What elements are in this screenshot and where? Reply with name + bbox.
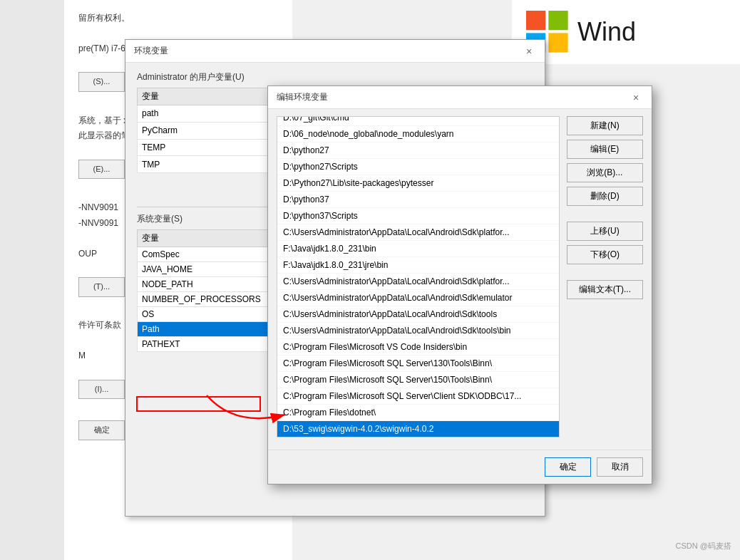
svg-rect-1 bbox=[548, 11, 567, 30]
windows-logo-text: Wind bbox=[577, 17, 636, 47]
path-list-item[interactable]: C:\Users\Administrator\AppData\Local\And… bbox=[277, 224, 559, 241]
edit-env-dialog-close-button[interactable]: × bbox=[629, 90, 643, 105]
path-list-item[interactable]: D:\python37\Scripts bbox=[277, 208, 559, 224]
path-list-item[interactable]: D:\06_node\node_global\node_modules\yarn bbox=[277, 126, 559, 142]
path-list-item[interactable]: D:\python27 bbox=[277, 142, 559, 159]
edit-move-up-button[interactable]: 上移(U) bbox=[567, 222, 643, 241]
path-list-item[interactable]: C:\Program Files\Microsoft SQL Server\13… bbox=[277, 356, 559, 372]
path-list-item[interactable]: C:\Users\Administrator\AppData\Local\And… bbox=[277, 290, 559, 306]
env-dialog-title: 环境变量 bbox=[134, 45, 168, 57]
edit-env-dialog-title: 编辑环境变量 bbox=[277, 91, 328, 103]
path-list-item[interactable]: C:\Program Files\Microsoft SQL Server\15… bbox=[277, 372, 559, 388]
path-list-item[interactable]: D:\python27\Scripts bbox=[277, 159, 559, 175]
path-list-item[interactable]: C:\Users\Administrator\AppData\Local\And… bbox=[277, 323, 559, 339]
edit-env-ok-button[interactable]: 确定 bbox=[545, 457, 591, 477]
apply-button[interactable]: 确定 bbox=[78, 420, 125, 440]
path-list-item[interactable]: D:\python37 bbox=[277, 192, 559, 208]
edit-browse-button[interactable]: 浏览(B)... bbox=[567, 163, 643, 182]
edit-env-dialog-titlebar: 编辑环境变量 × bbox=[268, 86, 652, 109]
left-sidebar bbox=[0, 0, 64, 560]
svg-rect-0 bbox=[526, 11, 545, 30]
edit-edit-button[interactable]: 编辑(E) bbox=[567, 140, 643, 159]
edit-env-right-buttons: 新建(N) 编辑(E) 浏览(B)... 删除(D) 上移(U) 下移(O) 编… bbox=[567, 116, 643, 437]
watermark: CSDN @码麦搭 bbox=[676, 541, 731, 551]
windows-logo-area: Wind bbox=[512, 0, 740, 64]
edit-env-cancel-button[interactable]: 取消 bbox=[597, 457, 643, 477]
path-list-item[interactable]: C:\Program Files\Microsoft VS Code Insid… bbox=[277, 339, 559, 356]
i-button[interactable]: (I)... bbox=[78, 380, 125, 400]
path-list-item[interactable]: D:\Python27\Lib\site-packages\pytesser bbox=[277, 175, 559, 192]
user-vars-label: Administrator 的用户变量(U) bbox=[137, 71, 533, 83]
bg-line-1: 留所有权利。 bbox=[78, 11, 278, 26]
t-button[interactable]: (T)... bbox=[78, 277, 125, 297]
svg-rect-3 bbox=[548, 33, 567, 52]
path-list-item[interactable]: C:\Users\Administrator\AppData\Local\And… bbox=[277, 274, 559, 290]
path-list-item[interactable]: C:\Program Files\Microsoft SQL Server\Cl… bbox=[277, 388, 559, 405]
e-button[interactable]: (E)... bbox=[78, 160, 125, 180]
path-list-item[interactable]: C:\Users\Administrator\AppData\Local\And… bbox=[277, 306, 559, 323]
path-list-item[interactable]: D:\07_git\Git\cmd bbox=[277, 116, 559, 126]
path-list-item[interactable]: D:\53_swig\swigwin-4.0.2\swigwin-4.0.2 bbox=[277, 421, 559, 437]
path-list-item[interactable]: C:\Program Files\dotnet\ bbox=[277, 405, 559, 421]
edit-env-dialog: 编辑环境变量 × D:\07_git\Git\cmdD:\06_node\nod… bbox=[267, 85, 652, 484]
path-list-item[interactable]: F:\Java\jdk1.8.0_231\jre\bin bbox=[277, 257, 559, 274]
path-list-item[interactable]: F:\Java\jdk1.8.0_231\bin bbox=[277, 241, 559, 257]
edit-env-dialog-footer: 确定 取消 bbox=[268, 450, 652, 484]
edit-new-button[interactable]: 新建(N) bbox=[567, 116, 643, 135]
edit-text-button[interactable]: 编辑文本(T)... bbox=[567, 280, 643, 299]
env-dialog-titlebar: 环境变量 × bbox=[125, 40, 545, 63]
s-button[interactable]: (S)... bbox=[78, 72, 125, 92]
edit-delete-button[interactable]: 删除(D) bbox=[567, 187, 643, 206]
edit-move-down-button[interactable]: 下移(O) bbox=[567, 245, 643, 264]
edit-env-dialog-body: D:\07_git\Git\cmdD:\06_node\node_global\… bbox=[268, 109, 652, 445]
env-dialog-close-button[interactable]: × bbox=[522, 44, 536, 58]
path-list[interactable]: D:\07_git\Git\cmdD:\06_node\node_global\… bbox=[277, 116, 560, 437]
